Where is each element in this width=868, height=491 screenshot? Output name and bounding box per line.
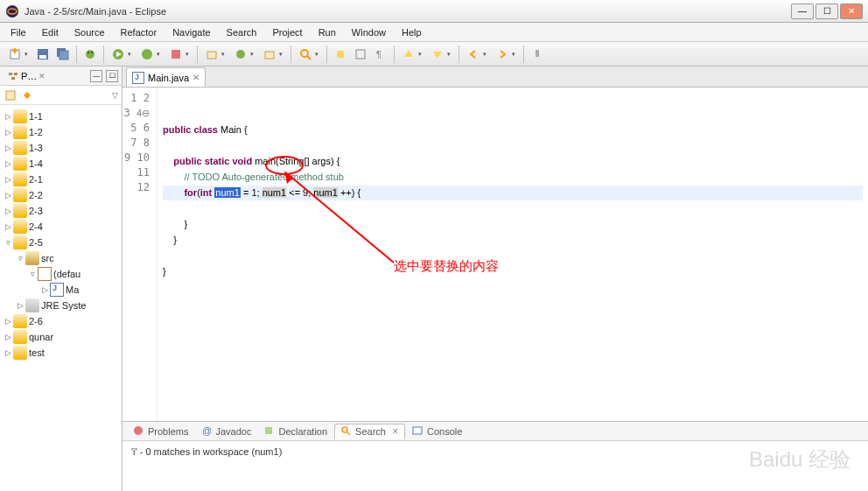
- back-button[interactable]: [464, 46, 490, 63]
- menu-edit[interactable]: Edit: [35, 25, 66, 39]
- tab-close-icon[interactable]: ✕: [38, 72, 46, 81]
- tree-node[interactable]: ▿(defau: [2, 266, 120, 282]
- svg-rect-26: [11, 77, 15, 80]
- svg-rect-6: [39, 55, 46, 59]
- search-button[interactable]: [296, 46, 322, 63]
- svg-text:@: @: [202, 425, 211, 436]
- menu-file[interactable]: File: [4, 25, 33, 39]
- tree-node[interactable]: ▷JRE Syste: [2, 298, 120, 313]
- debug-button[interactable]: [81, 46, 99, 63]
- javadoc-icon: @: [200, 425, 213, 438]
- tree-node[interactable]: ▷2-3: [2, 203, 120, 219]
- tab-problems[interactable]: Problems: [128, 424, 193, 438]
- package-explorer-tab[interactable]: P… ✕: [4, 69, 49, 83]
- bottom-tabs: Problems @Javadoc Declaration Search✕ Co…: [122, 422, 868, 441]
- svg-line-19: [307, 56, 311, 60]
- svg-rect-31: [265, 427, 272, 434]
- tab-console[interactable]: Console: [407, 424, 467, 438]
- tree-node[interactable]: ▷2-2: [2, 187, 120, 203]
- tab-close-icon[interactable]: ✕: [192, 73, 200, 82]
- menu-search[interactable]: Search: [220, 25, 264, 39]
- svg-rect-20: [337, 51, 344, 58]
- svg-point-18: [301, 50, 308, 57]
- svg-rect-21: [356, 50, 365, 59]
- menu-navigate[interactable]: Navigate: [165, 25, 217, 39]
- svg-point-10: [88, 52, 89, 53]
- svg-point-29: [134, 426, 143, 435]
- debug-as-button[interactable]: [137, 46, 164, 63]
- view-tab-label: P…: [21, 71, 37, 81]
- tree-node[interactable]: ▷Ma: [2, 282, 120, 298]
- menu-refactor[interactable]: Refactor: [114, 25, 164, 39]
- close-button[interactable]: ✕: [840, 4, 863, 19]
- window-title: Java - 2-5/src/Main.java - Eclipse: [24, 6, 166, 17]
- maximize-button[interactable]: ☐: [816, 4, 838, 19]
- eclipse-icon: [5, 4, 19, 18]
- menu-help[interactable]: Help: [395, 25, 429, 39]
- minimize-button[interactable]: —: [791, 4, 814, 19]
- run-as-button[interactable]: [108, 46, 135, 63]
- collapse-all-button[interactable]: [4, 88, 18, 102]
- menu-run[interactable]: Run: [312, 25, 343, 39]
- tab-declaration[interactable]: Declaration: [258, 424, 332, 438]
- maximize-view-button[interactable]: ☐: [106, 70, 118, 82]
- tree-node[interactable]: ▷1-1: [2, 109, 120, 124]
- tab-search[interactable]: Search✕: [334, 424, 405, 439]
- external-tools-button[interactable]: [166, 46, 192, 63]
- minimize-view-button[interactable]: —: [90, 70, 102, 82]
- tree-node[interactable]: ▿src: [2, 250, 120, 266]
- tree-node[interactable]: ▷2-1: [2, 172, 120, 187]
- tree-node[interactable]: ▷1-3: [2, 140, 120, 156]
- svg-rect-8: [60, 51, 68, 60]
- next-annotation-button[interactable]: [428, 46, 454, 63]
- view-toolbar: ▽: [0, 86, 122, 105]
- new-button[interactable]: [5, 46, 32, 63]
- pin-button[interactable]: [528, 46, 546, 63]
- view-menu-icon[interactable]: ▽: [112, 91, 118, 100]
- forward-button[interactable]: [493, 46, 519, 63]
- new-package-button[interactable]: [202, 46, 228, 63]
- tab-close-icon[interactable]: ✕: [392, 427, 399, 436]
- svg-rect-34: [413, 427, 422, 434]
- project-tree[interactable]: ▷1-1▷1-2▷1-3▷1-4▷2-1▷2-2▷2-3▷2-4▿2-5▿src…: [0, 105, 122, 491]
- tree-node[interactable]: ▷qunar: [2, 329, 120, 345]
- java-file-icon: [132, 72, 144, 84]
- tree-node[interactable]: ▿2-5: [2, 235, 120, 250]
- window-controls: — ☐ ✕: [791, 4, 863, 19]
- annotation-text: 选中要替换的内容: [394, 258, 499, 273]
- menu-project[interactable]: Project: [265, 25, 309, 39]
- annotation-nav-button[interactable]: [399, 46, 425, 63]
- menu-window[interactable]: Window: [345, 25, 393, 39]
- toggle-block-button[interactable]: [352, 46, 369, 63]
- problems-icon: [133, 425, 145, 438]
- svg-point-9: [86, 50, 94, 59]
- svg-point-13: [142, 49, 152, 60]
- tree-node[interactable]: ▷1-2: [2, 124, 120, 140]
- toggle-mark-button[interactable]: [332, 46, 349, 63]
- editor-tab-main[interactable]: Main.java ✕: [126, 67, 206, 87]
- new-class-button[interactable]: [231, 46, 257, 63]
- tree-node[interactable]: ▷2-6: [2, 313, 120, 329]
- link-editor-button[interactable]: [20, 88, 34, 102]
- tree-node[interactable]: ▷1-4: [2, 156, 120, 172]
- line-gutter: 1 2 3 4⊖ 5 6 7 8 9 10 11 12: [122, 88, 158, 421]
- view-tab-bar: P… ✕ — ☐: [0, 67, 122, 86]
- tree-node[interactable]: ▷2-4: [2, 219, 120, 235]
- menu-source[interactable]: Source: [67, 25, 112, 39]
- tree-node[interactable]: ▷test: [2, 345, 120, 361]
- svg-rect-4: [12, 50, 18, 52]
- code-content[interactable]: public class Main { public static void m…: [158, 88, 868, 421]
- open-type-button[interactable]: [260, 46, 286, 63]
- package-explorer: P… ✕ — ☐ ▽ ▷1-1▷1-2▷1-3▷1-4▷2-1▷2-2▷2-3▷…: [0, 67, 122, 491]
- editor-tab-label: Main.java: [148, 73, 189, 83]
- selected-text[interactable]: num1: [214, 187, 241, 198]
- tab-javadoc[interactable]: @Javadoc: [195, 424, 256, 438]
- save-all-button[interactable]: [54, 46, 72, 63]
- editor-area: Main.java ✕ 1 2 3 4⊖ 5 6 7 8 9 10 11 12 …: [122, 67, 868, 491]
- svg-line-33: [346, 431, 350, 435]
- svg-rect-17: [265, 52, 274, 59]
- title-bar: Java - 2-5/src/Main.java - Eclipse — ☐ ✕: [0, 0, 868, 23]
- save-button[interactable]: [34, 46, 52, 63]
- show-whitespace-button[interactable]: ¶: [372, 46, 389, 63]
- code-editor[interactable]: 1 2 3 4⊖ 5 6 7 8 9 10 11 12 public class…: [122, 88, 868, 421]
